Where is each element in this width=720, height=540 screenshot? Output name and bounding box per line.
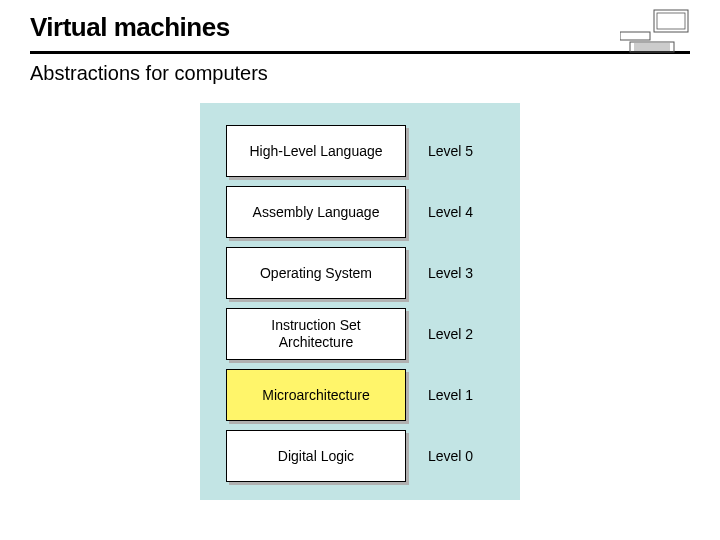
level-label: Level 2 — [424, 308, 494, 360]
svg-rect-3 — [630, 42, 674, 52]
layer-box: Operating System — [226, 247, 406, 299]
level-label: Level 5 — [424, 125, 494, 177]
layer-box: Instruction Set Architecture — [226, 308, 406, 360]
layer-box-highlighted: Microarchitecture — [226, 369, 406, 421]
level-label: Level 1 — [424, 369, 494, 421]
level-label: Level 3 — [424, 247, 494, 299]
decorative-computer-icon — [620, 8, 690, 56]
svg-rect-1 — [657, 13, 685, 29]
level-label: Level 0 — [424, 430, 494, 482]
title-divider — [30, 51, 690, 54]
level-labels: Level 5 Level 4 Level 3 Level 2 Level 1 … — [424, 121, 494, 482]
layer-stack: High-Level Language Assembly Language Op… — [226, 121, 406, 482]
layer-box: Assembly Language — [226, 186, 406, 238]
layer-box: High-Level Language — [226, 125, 406, 177]
layer-box: Digital Logic — [226, 430, 406, 482]
level-label: Level 4 — [424, 186, 494, 238]
svg-rect-2 — [620, 32, 650, 40]
page-subtitle: Abstractions for computers — [0, 60, 720, 95]
page-title: Virtual machines — [30, 12, 690, 43]
abstraction-diagram: High-Level Language Assembly Language Op… — [200, 103, 520, 500]
